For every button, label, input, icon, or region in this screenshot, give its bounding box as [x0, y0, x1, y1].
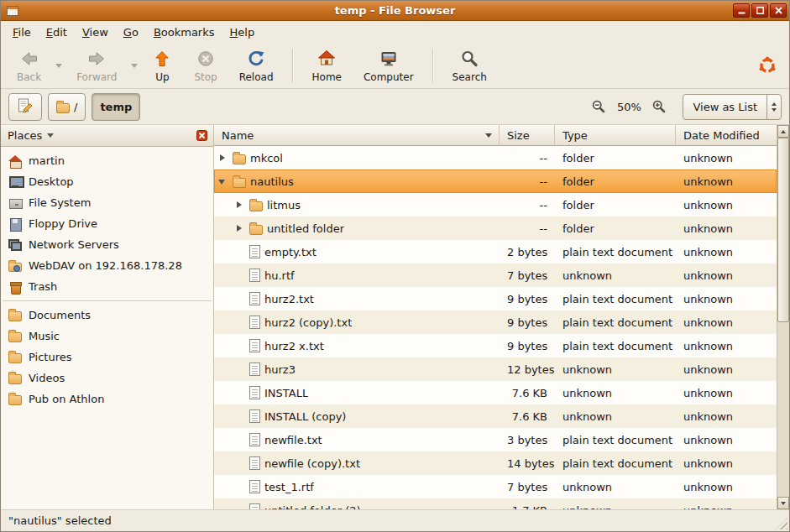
sidebar-item-martin[interactable]: martin	[1, 150, 213, 171]
cell-type: plain text document	[555, 316, 676, 329]
sidebar-item-label: Music	[29, 330, 60, 342]
scrollbar-thumb[interactable]	[777, 138, 789, 322]
sidebar-item-floppy-drive[interactable]: Floppy Drive	[1, 213, 213, 234]
resize-grip[interactable]	[776, 518, 787, 529]
table-row[interactable]: litmus -- folder unknown	[214, 193, 777, 216]
sidebar-item-pub-on-athlon[interactable]: Pub on Athlon	[1, 389, 213, 409]
menu-view[interactable]: View	[76, 23, 115, 41]
search-button[interactable]: Search	[442, 44, 498, 86]
search-icon	[459, 49, 479, 71]
close-sidebar-button[interactable]	[194, 128, 209, 143]
table-row[interactable]: untitled folder -- folder unknown	[214, 216, 777, 240]
text-file-icon	[249, 245, 260, 258]
table-row[interactable]: newfile.txt 3 bytes plain text document …	[214, 428, 777, 451]
cell-date-modified: unknown	[676, 387, 777, 399]
titlebar[interactable]: temp - File Browser	[1, 1, 789, 21]
stop-button[interactable]: Stop	[183, 44, 228, 86]
cell-name: INSTALL	[214, 386, 500, 399]
menu-edit[interactable]: Edit	[39, 23, 74, 41]
home-button[interactable]: Home	[301, 44, 353, 86]
places-selector-button[interactable]: Places	[8, 129, 194, 142]
table-row[interactable]: test_1.rtf 7 bytes unknown unknown	[214, 475, 777, 498]
sidebar-item-trash[interactable]: Trash	[1, 276, 213, 297]
cell-type: plain text document	[555, 457, 676, 470]
cell-size: 14 bytes	[500, 457, 555, 470]
menu-bookmarks[interactable]: Bookmarks	[147, 23, 222, 41]
cell-name: hurz3	[214, 362, 500, 376]
reload-button[interactable]: Reload	[228, 44, 285, 86]
folder-icon	[8, 395, 22, 405]
sidebar-item-webdav[interactable]: WebDAV on 192.168.178.28	[1, 255, 213, 276]
sidebar-item-videos[interactable]: Videos	[1, 368, 213, 389]
view-selector-stepper[interactable]	[766, 95, 781, 119]
folder-icon	[233, 178, 246, 188]
table-row[interactable]: untitled folder (2) 1.7 KB unknown unkno…	[214, 498, 777, 509]
sidebar-item-documents[interactable]: Documents	[1, 305, 213, 326]
expander-collapsed-icon[interactable]	[233, 222, 245, 234]
table-row[interactable]: hurz2 (copy).txt 9 bytes plain text docu…	[214, 310, 777, 334]
cell-name: mkcol	[214, 152, 500, 164]
sidebar-item-label: martin	[29, 154, 65, 167]
menu-go[interactable]: Go	[117, 23, 145, 41]
trash-icon	[8, 280, 22, 294]
column-header-type[interactable]: Type	[555, 125, 676, 146]
minimize-button[interactable]	[733, 3, 750, 18]
vertical-scrollbar[interactable]	[777, 125, 789, 509]
maximize-button[interactable]	[751, 3, 768, 18]
cell-name: test_1.rtf	[214, 480, 500, 493]
text-file-icon	[249, 433, 260, 446]
scroll-down-button[interactable]	[777, 497, 789, 509]
sidebar-item-pictures[interactable]: Pictures	[1, 347, 213, 368]
sidebar-item-label: Videos	[29, 372, 65, 384]
table-row[interactable]: mkcol -- folder unknown	[214, 146, 777, 170]
scroll-up-button[interactable]	[777, 125, 789, 138]
expander-expanded-icon[interactable]	[217, 175, 228, 187]
table-row[interactable]: hurz2.txt 9 bytes plain text document un…	[214, 287, 777, 310]
scrollbar-track[interactable]	[777, 138, 789, 497]
column-header-size[interactable]: Size	[500, 125, 555, 146]
reload-icon	[246, 49, 266, 71]
path-current-button[interactable]: temp	[92, 93, 140, 121]
text-file-icon	[249, 316, 260, 329]
table-row[interactable]: newfile (copy).txt 14 bytes plain text d…	[214, 451, 777, 475]
sidebar-item-network-servers[interactable]: Network Servers	[1, 234, 213, 255]
zoom-out-button[interactable]	[589, 97, 608, 116]
cell-type: folder	[555, 199, 676, 211]
text-file-icon	[249, 480, 260, 493]
table-row[interactable]: INSTALL 7.6 KB unknown unknown	[214, 381, 777, 404]
computer-button[interactable]: Computer	[353, 44, 425, 86]
close-button[interactable]	[770, 3, 787, 18]
column-header-date-modified[interactable]: Date Modified	[676, 125, 777, 146]
toggle-location-entry-button[interactable]	[8, 93, 42, 121]
sidebar-item-desktop[interactable]: Desktop	[1, 171, 213, 192]
forward-history-dropdown[interactable]	[128, 44, 141, 86]
table-row-selected[interactable]: nautilus -- folder unknown	[214, 170, 777, 193]
folder-icon	[249, 201, 263, 211]
path-root-button[interactable]: /	[48, 93, 86, 121]
cell-name: hurz2.txt	[214, 292, 500, 305]
file-name: litmus	[267, 199, 301, 211]
table-row[interactable]: hurz3 12 bytes unknown unknown	[214, 357, 777, 381]
back-button[interactable]: Back	[6, 44, 52, 86]
sidebar-item-file-system[interactable]: File System	[1, 192, 213, 213]
back-history-dropdown[interactable]	[52, 44, 65, 86]
file-name: hurz2 (copy).txt	[264, 316, 352, 329]
table-row[interactable]: hu.rtf 7 bytes unknown unknown	[214, 263, 777, 287]
table-row[interactable]: empty.txt 2 bytes plain text document un…	[214, 240, 777, 263]
up-button[interactable]: Up	[141, 44, 183, 86]
view-selector[interactable]: View as List	[683, 94, 782, 120]
menu-help[interactable]: Help	[223, 23, 262, 41]
expander-collapsed-icon[interactable]	[233, 199, 245, 211]
zoom-in-button[interactable]	[650, 97, 668, 116]
expander-collapsed-icon[interactable]	[217, 152, 228, 164]
menu-file[interactable]: File	[6, 23, 38, 41]
table-row[interactable]: INSTALL (copy) 7.6 KB unknown unknown	[214, 404, 777, 428]
forward-button[interactable]: Forward	[65, 44, 128, 86]
sidebar-item-music[interactable]: Music	[1, 326, 213, 347]
table-row[interactable]: hurz2 x.txt 9 bytes plain text document …	[214, 334, 777, 357]
cell-size: 12 bytes	[500, 363, 555, 376]
indent-spacer	[233, 316, 245, 328]
column-header-name[interactable]: Name	[214, 125, 500, 146]
text-file-icon	[249, 339, 260, 352]
window-icon[interactable]	[6, 4, 19, 18]
